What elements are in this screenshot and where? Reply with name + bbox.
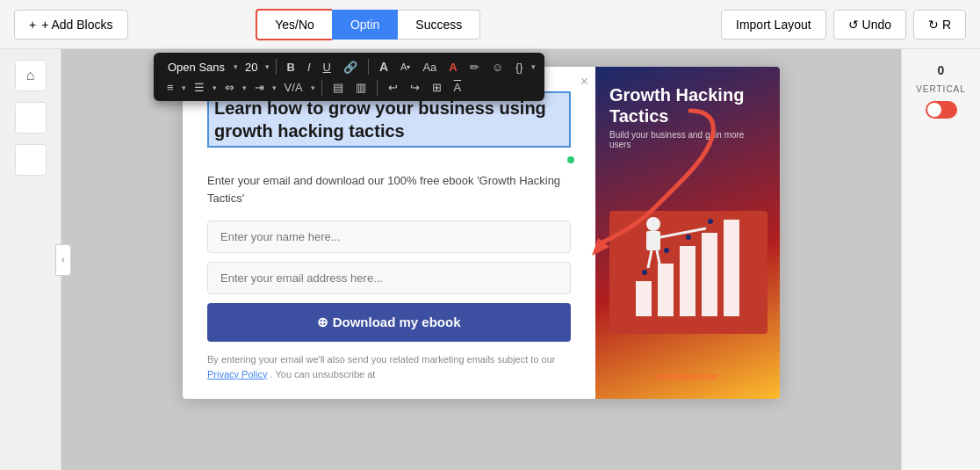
ordered-list-arrow: ▾	[182, 83, 186, 92]
toggle-wrap	[926, 101, 957, 119]
email-input[interactable]	[207, 262, 571, 294]
main-area: ⌂ ‹ × Learn how to grow your business us…	[0, 49, 980, 470]
font-size-icon[interactable]: A	[375, 58, 393, 76]
link-button[interactable]: 🔗	[339, 59, 362, 76]
redo-button[interactable]: ↻ R	[913, 10, 966, 40]
svg-rect-5	[724, 220, 739, 316]
tab-yes-no[interactable]: Yes/No	[256, 9, 332, 40]
brand-logo: optinmonster	[609, 371, 766, 381]
italic-button[interactable]: I	[303, 59, 315, 76]
svg-rect-11	[646, 231, 660, 250]
chevron-left-icon: ‹	[61, 255, 64, 264]
font-size-selector[interactable]: 20	[241, 59, 261, 76]
undo-button[interactable]: ↺ Undo	[833, 10, 906, 40]
svg-rect-3	[680, 246, 695, 316]
code-button[interactable]: {}	[511, 59, 528, 76]
canvas-area: × Learn how to grow your business using …	[61, 49, 901, 470]
bullet-list-arrow: ▾	[213, 83, 217, 92]
download-button[interactable]: ⊕ Download my ebook	[207, 303, 571, 342]
name-input[interactable]	[207, 221, 571, 253]
left-sidebar: ⌂	[0, 49, 61, 470]
tab-group: Yes/No Optin Success	[256, 9, 480, 40]
optin-left: × Learn how to grow your business using …	[183, 67, 595, 399]
plus-icon: +	[29, 18, 36, 32]
font-grow-icon[interactable]: A▾	[396, 60, 414, 74]
undo-format-button[interactable]: ↩	[384, 79, 402, 96]
brand-name: optinmonster	[657, 371, 718, 381]
align-button[interactable]: ⇔	[220, 79, 239, 96]
bullet-list-button[interactable]: ☰	[190, 79, 209, 96]
indent-button[interactable]: ⇥	[250, 79, 269, 96]
privacy-policy-link[interactable]: Privacy Policy	[207, 369, 267, 380]
grid-button[interactable]: ⊞	[428, 79, 446, 96]
svg-rect-4	[702, 233, 717, 316]
top-bar: + + Add Blocks Yes/No Optin Success Impo…	[0, 0, 980, 49]
vertical-label: VERTICAL	[916, 84, 966, 94]
collapse-handle[interactable]: ‹	[55, 244, 71, 276]
close-button[interactable]: ×	[580, 74, 588, 90]
indent-arrow: ▾	[272, 83, 277, 92]
separator-1	[276, 59, 277, 75]
add-blocks-label: + Add Blocks	[41, 18, 112, 32]
svg-point-10	[646, 217, 660, 231]
home-button[interactable]: ⌂	[15, 60, 47, 91]
toggle-knob	[927, 103, 941, 117]
green-dot	[567, 156, 574, 163]
ordered-list-button[interactable]: ≡	[162, 79, 178, 96]
toolbar-row-2: ≡ ▾ ☰ ▾ ⇔ ▾ ⇥ ▾ V/A ▾ ▤ ▥ ↩ ↪ ⊞ A	[162, 79, 536, 96]
font-family-selector[interactable]: Open Sans	[162, 59, 230, 76]
tab-optin[interactable]: Optin	[332, 10, 398, 40]
redo-format-button[interactable]: ↪	[406, 79, 424, 96]
underline-button[interactable]: U	[319, 59, 335, 76]
svg-rect-1	[636, 281, 652, 316]
svg-point-9	[708, 219, 713, 224]
vertical-value: 0	[938, 63, 945, 77]
align-arrow: ▾	[242, 83, 247, 92]
va-arrow: ▾	[311, 83, 315, 92]
import-layout-button[interactable]: Import Layout	[721, 10, 826, 40]
optin-disclaimer: By entering your email we'll also send y…	[207, 352, 571, 381]
va-button[interactable]: V/A	[280, 79, 307, 96]
separator-4	[377, 80, 378, 96]
format-toolbar: Open Sans ▾ 20 ▾ B I U 🔗 A A▾ Aa A ✏ ☺ {…	[154, 53, 544, 101]
align-center-button[interactable]: ▥	[351, 79, 371, 96]
book-illustration	[609, 158, 766, 364]
align-left-button[interactable]: ▤	[328, 79, 348, 96]
book-title: Growth Hacking Tactics	[609, 84, 766, 127]
code-arrow: ▾	[531, 62, 536, 71]
optin-card: × Learn how to grow your business using …	[183, 67, 780, 399]
svg-point-8	[686, 235, 691, 240]
case-button[interactable]: Aa	[418, 59, 441, 76]
toolbar-row-1: Open Sans ▾ 20 ▾ B I U 🔗 A A▾ Aa A ✏ ☺ {…	[162, 58, 536, 76]
emoji-button[interactable]: ☺	[487, 59, 508, 76]
separator-3	[321, 80, 322, 96]
book-subtitle: Build your business and gain more users	[609, 130, 766, 149]
sidebar-widget-2[interactable]	[15, 144, 47, 176]
font-size-arrow: ▾	[265, 62, 270, 71]
strikethrough-button[interactable]: A	[450, 79, 466, 96]
home-icon: ⌂	[26, 68, 35, 83]
font-color-button[interactable]: A	[444, 59, 461, 76]
optin-subtext: Enter your email and download our 100% f…	[207, 172, 571, 206]
toggle-switch[interactable]	[926, 101, 957, 119]
bold-button[interactable]: B	[283, 59, 299, 76]
optin-right: Growth Hacking Tactics Build your busine…	[595, 67, 780, 399]
svg-rect-2	[658, 264, 674, 316]
pencil-button[interactable]: ✏	[465, 59, 484, 76]
svg-point-7	[664, 248, 669, 253]
svg-point-6	[642, 270, 647, 275]
separator-2	[368, 59, 369, 75]
right-properties-panel: 0 VERTICAL	[901, 49, 980, 470]
tab-success[interactable]: Success	[398, 10, 480, 40]
add-blocks-button[interactable]: + + Add Blocks	[14, 10, 128, 40]
sidebar-widget-1[interactable]	[15, 102, 47, 134]
font-family-arrow: ▾	[234, 62, 238, 71]
right-buttons: Import Layout ↺ Undo ↻ R	[721, 10, 966, 40]
